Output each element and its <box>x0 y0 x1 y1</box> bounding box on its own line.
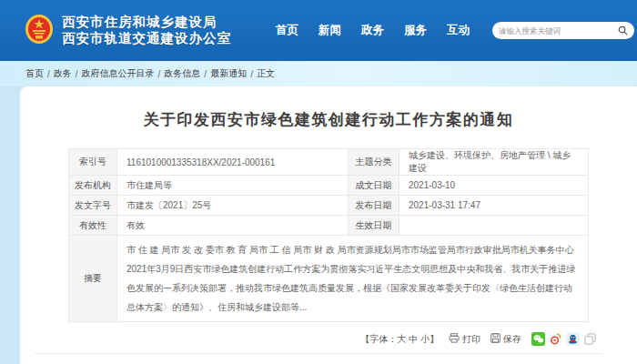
breadcrumb-government[interactable]: 政务 <box>54 67 72 80</box>
search-icon[interactable] <box>618 23 628 39</box>
breadcrumb-gov-info[interactable]: 政务信息 <box>164 67 200 80</box>
print-label: 打印 <box>462 333 480 346</box>
breadcrumb-home[interactable]: 首页 <box>25 67 44 80</box>
meta-value-doc-number: 市建发〔2021〕25号 <box>117 196 349 216</box>
breadcrumb-current: 正文 <box>257 67 275 80</box>
main-nav: 首页 新闻 政务 服务 互动 <box>276 0 470 61</box>
search-box[interactable] <box>492 22 634 39</box>
save-icon <box>490 333 500 345</box>
print-button[interactable]: 打印 <box>449 333 480 346</box>
national-emblem-logo <box>25 14 54 48</box>
meta-value-abstract: 市 住 建 局市 发 改 委市 教 育 局市 工 信 局市 财 政 局市资源规划… <box>117 236 589 322</box>
meta-value-publish-date: 2021-03-31 17:47 <box>399 196 589 216</box>
site-title: 西安市住房和城乡建设局 西安市轨道交通建设办公室 <box>62 15 231 46</box>
breadcrumb-separator: / <box>250 69 253 79</box>
printer-icon <box>449 333 460 345</box>
meta-value-issuer: 市住建局等 <box>117 176 349 196</box>
meta-label-effective-date: 生效日期 <box>349 216 399 236</box>
meta-label-validity: 有效性 <box>69 216 117 236</box>
font-size-control[interactable]: 【字体：大 中 小】 <box>360 333 439 346</box>
meta-value-effective-date <box>399 216 589 236</box>
meta-label-abstract: 摘要 <box>69 236 117 322</box>
weibo-icon[interactable] <box>549 332 562 346</box>
nav-news[interactable]: 新闻 <box>318 23 341 38</box>
meta-label-written-date: 成文日期 <box>349 176 399 196</box>
meta-label-issuer: 发布机构 <box>69 176 117 196</box>
document-meta-table: 索引号 1161010001335318XX/2021-000161 主题分类 … <box>68 148 589 322</box>
section-divider <box>35 353 602 354</box>
meta-label-publish-date: 发布日期 <box>349 196 399 216</box>
wechat-icon[interactable] <box>531 332 545 346</box>
site-header: 西安市住房和城乡建设局 西安市轨道交通建设办公室 首页 新闻 政务 服务 互动 <box>0 0 637 61</box>
meta-label-index: 索引号 <box>69 149 117 176</box>
site-title-line2: 西安市轨道交通建设办公室 <box>62 31 231 47</box>
nav-interaction[interactable]: 互动 <box>447 23 470 38</box>
meta-label-topic: 主题分类 <box>349 149 399 176</box>
page-title: 关于印发西安市绿色建筑创建行动工作方案的通知 <box>20 86 637 130</box>
nav-services[interactable]: 服务 <box>404 23 427 38</box>
meta-value-validity: 有效 <box>117 216 349 236</box>
breadcrumb-info-directory[interactable]: 政府信息公开目录 <box>82 67 155 80</box>
breadcrumb-separator: / <box>204 69 207 79</box>
breadcrumb-latest-notices[interactable]: 最新通知 <box>210 67 247 80</box>
save-button[interactable]: 保存 <box>490 333 521 346</box>
search-input[interactable] <box>499 26 618 35</box>
qq-icon[interactable] <box>566 332 580 346</box>
breadcrumb-separator: / <box>158 69 161 79</box>
nav-government[interactable]: 政务 <box>361 23 384 38</box>
meta-value-topic: 城乡建设、环境保护、房地产管理 \ 城乡建设 <box>399 149 589 176</box>
article-card: 关于印发西安市绿色建筑创建行动工作方案的通知 索引号 1161010001335… <box>20 86 637 364</box>
meta-label-doc-number: 发文字号 <box>69 196 117 216</box>
share-buttons <box>531 332 597 346</box>
copy-icon[interactable] <box>583 332 597 346</box>
nav-home[interactable]: 首页 <box>276 23 298 38</box>
breadcrumb: 首页 / 政务 / 政府信息公开目录 / 政务信息 / 最新通知 / 正文 <box>0 61 637 86</box>
breadcrumb-separator: / <box>76 69 78 79</box>
save-label: 保存 <box>503 333 521 346</box>
meta-value-index: 1161010001335318XX/2021-000161 <box>117 149 349 176</box>
meta-value-written-date: 2021-03-10 <box>399 176 589 196</box>
breadcrumb-separator: / <box>47 69 50 79</box>
site-title-line1: 西安市住房和城乡建设局 <box>62 15 231 31</box>
article-toolbar: 【字体：大 中 小】 打印 保存 <box>60 332 597 346</box>
